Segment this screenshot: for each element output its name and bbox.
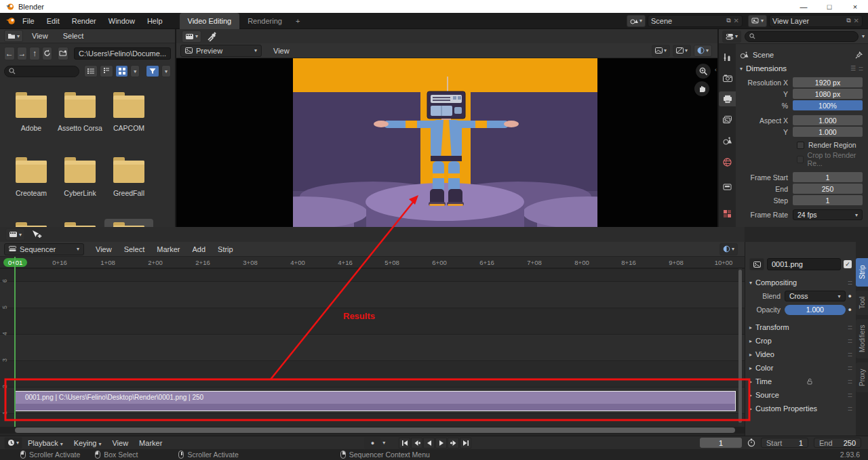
animate-opacity-dot[interactable]: ●: [848, 306, 852, 313]
folder-item[interactable]: Assetto Corsa: [56, 89, 104, 154]
keying-menu[interactable]: Keying ▾: [68, 439, 107, 447]
stopwatch-icon[interactable]: [747, 438, 755, 447]
pan-gizmo[interactable]: [694, 81, 709, 96]
preview-channels-button[interactable]: ▾: [652, 45, 670, 57]
editor-type-properties-button[interactable]: ▾: [722, 30, 741, 43]
current-frame-field[interactable]: 1: [700, 438, 742, 448]
preview-display-mode-dropdown[interactable]: Preview ▾: [180, 45, 262, 57]
tab-world[interactable]: [719, 154, 736, 169]
tab-video-editing[interactable]: Video Editing: [180, 13, 240, 29]
resolution-x-field[interactable]: 1920 px: [793, 77, 863, 87]
horizontal-scrollbar[interactable]: [0, 427, 745, 434]
blender-app-icon[interactable]: [5, 17, 16, 25]
lock-open-icon[interactable]: [806, 378, 813, 385]
strip-mute-checkbox[interactable]: ✓: [844, 260, 852, 268]
folder-item[interactable]: CyberLink: [56, 154, 104, 219]
jump-to-start-button[interactable]: [399, 438, 410, 448]
editor-type-preview-button[interactable]: ▾: [182, 30, 201, 43]
minimize-button[interactable]: —: [791, 0, 816, 13]
sq-menu-select[interactable]: Select: [118, 242, 151, 256]
next-keyframe-button[interactable]: [448, 438, 459, 448]
crop-panel-title[interactable]: Crop: [755, 337, 772, 345]
tl-menu-view[interactable]: View: [106, 439, 134, 447]
frame-rate-dropdown[interactable]: 24 fps▾: [793, 209, 863, 220]
sq-menu-add[interactable]: Add: [186, 242, 212, 256]
refresh-button[interactable]: [42, 47, 53, 60]
sidebar-tab-strip[interactable]: Strip: [856, 258, 868, 287]
frame-start-field[interactable]: 1: [793, 172, 863, 182]
frame-step-field[interactable]: 1: [793, 195, 863, 205]
display-horizontal-list-button[interactable]: [100, 65, 113, 77]
keying-set-dropdown[interactable]: ▾: [382, 440, 385, 446]
transform-expand-arrow[interactable]: ▸: [749, 325, 752, 331]
resolution-y-field[interactable]: 1080 px: [793, 89, 863, 99]
color-expand-arrow[interactable]: ▸: [749, 365, 752, 371]
blend-mode-dropdown[interactable]: Cross▾: [785, 291, 846, 301]
remove-view-layer-icon[interactable]: ✕: [854, 17, 859, 24]
tab-texture[interactable]: [719, 206, 736, 221]
zoom-gizmo[interactable]: [696, 64, 711, 79]
sq-menu-marker[interactable]: Marker: [151, 242, 186, 256]
folder-item[interactable]: Creoteam: [7, 154, 56, 219]
menu-window[interactable]: Window: [102, 13, 141, 28]
tab-scene[interactable]: [719, 133, 736, 148]
new-folder-button[interactable]: [58, 47, 68, 60]
resolution-percent-slider[interactable]: 100%: [793, 100, 863, 110]
dimensions-expand-arrow[interactable]: ▾: [740, 66, 743, 72]
unlink-scene-icon[interactable]: ✕: [734, 17, 739, 24]
compositing-expand-arrow[interactable]: ▾: [749, 280, 752, 286]
tab-object[interactable]: [719, 180, 736, 194]
forward-button[interactable]: →: [17, 47, 28, 60]
menu-edit[interactable]: Edit: [41, 13, 66, 28]
color-panel-title[interactable]: Color: [755, 364, 773, 372]
filter-toggle-button[interactable]: [146, 65, 159, 77]
add-workspace-button[interactable]: +: [290, 17, 305, 25]
tab-output[interactable]: [719, 91, 736, 106]
folder-item[interactable]: [7, 219, 56, 227]
sequencer-display-mode-dropdown[interactable]: Sequencer ▾: [4, 243, 84, 255]
preview-canvas[interactable]: ‹: [176, 58, 717, 227]
start-frame-field[interactable]: Start1: [761, 438, 808, 448]
folder-item[interactable]: CAPCOM: [104, 89, 153, 154]
properties-options-dropdown[interactable]: ▾: [862, 33, 865, 39]
source-panel-title[interactable]: Source: [755, 391, 779, 399]
folder-item[interactable]: GreedFall: [104, 154, 153, 219]
scene-browse-button[interactable]: ▾: [627, 15, 646, 27]
time-expand-arrow[interactable]: ▸: [749, 379, 752, 385]
sq-menu-view[interactable]: View: [90, 242, 118, 256]
tab-view-layer[interactable]: [719, 112, 736, 127]
image-strip[interactable]: 0001.png | C:\Users\Felino\Desktop\Rende…: [15, 391, 736, 411]
menu-file[interactable]: File: [16, 13, 41, 28]
time-panel-title[interactable]: Time: [755, 377, 772, 385]
frame-end-field[interactable]: 250: [793, 184, 863, 194]
display-thumbnails-button[interactable]: [115, 65, 129, 77]
copy-view-layer-icon[interactable]: ⧉: [846, 17, 850, 24]
editor-type-timeline-button[interactable]: ▾: [4, 437, 22, 449]
scene-selector[interactable]: Scene ⧉ ✕: [648, 15, 743, 27]
tab-render[interactable]: [719, 70, 736, 85]
source-expand-arrow[interactable]: ▸: [749, 392, 752, 398]
sample-eyedropper-icon[interactable]: [207, 32, 216, 41]
render-region-checkbox[interactable]: [797, 142, 804, 149]
jump-to-end-button[interactable]: [460, 438, 471, 448]
editor-type-file-browser-button[interactable]: ▾: [4, 30, 23, 42]
folder-item-selected[interactable]: [104, 219, 153, 227]
sequencer-overlays-button[interactable]: ▾: [719, 243, 738, 255]
aspect-y-field[interactable]: 1.000: [793, 127, 863, 137]
sidebar-tab-tool[interactable]: Tool: [856, 291, 868, 315]
play-reverse-button[interactable]: [423, 438, 435, 448]
maximize-button[interactable]: □: [816, 0, 842, 13]
menu-help[interactable]: Help: [141, 13, 169, 28]
properties-search-input[interactable]: [745, 31, 859, 42]
sidebar-collapse-arrow[interactable]: ‹: [715, 66, 717, 73]
viewlayer-browse-button[interactable]: ▾: [748, 15, 767, 27]
crop-expand-arrow[interactable]: ▸: [749, 338, 752, 344]
play-button[interactable]: [435, 438, 447, 448]
video-expand-arrow[interactable]: ▸: [749, 352, 752, 358]
back-button[interactable]: ←: [4, 47, 15, 60]
presets-icon[interactable]: ☰: [850, 65, 855, 72]
vertical-scrollbar[interactable]: [738, 268, 742, 425]
crop-checkbox[interactable]: [797, 156, 804, 163]
transform-panel-title[interactable]: Transform: [755, 323, 789, 331]
up-button[interactable]: ↑: [29, 47, 40, 60]
